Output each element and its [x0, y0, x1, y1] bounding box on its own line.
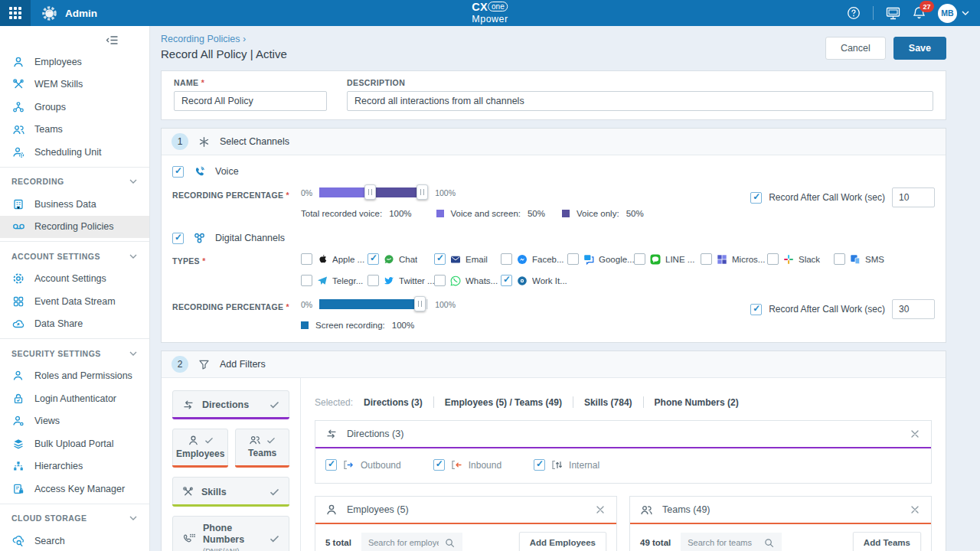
sidebar-item-wem-skills[interactable]: WEM Skills	[0, 73, 149, 96]
digital-channels-checkbox[interactable]	[172, 233, 184, 244]
sidebar-item-roles-and-permissions[interactable]: Roles and Permissions	[0, 365, 149, 388]
type-twitter[interactable]: Twitter ...	[368, 275, 434, 286]
sidebar-item-teams[interactable]: Teams	[0, 119, 149, 142]
filters-main: Selected: Directions (3) Employees (5) /…	[301, 378, 946, 551]
sidebar-item-views[interactable]: Views	[0, 410, 149, 433]
close-icon[interactable]	[594, 504, 606, 516]
type-whatsapp[interactable]: Whats...	[434, 275, 501, 286]
sidebar-item-access-key-manager[interactable]: Access Key Manager	[0, 478, 149, 500]
cxone-mpower-logo: CXone Mpower	[472, 2, 508, 24]
filter-button-directions[interactable]: Directions	[172, 390, 289, 419]
acw-voice-checkbox[interactable]	[750, 192, 762, 204]
employees-total: 5 total	[325, 538, 351, 547]
selected-filters-bar: Selected: Directions (3) Employees (5) /…	[315, 396, 932, 408]
sidebar: Employees WEM Skills Groups Teams Schedu…	[0, 26, 150, 551]
sidebar-section-recording[interactable]: RECORDING	[0, 171, 149, 194]
top-bar: Admin CXone Mpower 27 MB	[0, 0, 980, 26]
selected-employees-teams[interactable]: Employees (5) / Teams (49)	[445, 397, 562, 408]
channels-icon	[198, 136, 210, 148]
sidebar-section-cloud-storage[interactable]: CLOUD STORAGE	[0, 507, 149, 530]
filter-button-employees[interactable]: Employees	[172, 429, 228, 468]
page-title: Record All Policy | Active	[161, 47, 287, 60]
sidebar-collapse-icon[interactable]	[106, 35, 119, 51]
type-work-item[interactable]: Work It...	[501, 275, 567, 286]
sms-icon	[850, 254, 861, 265]
type-slack[interactable]: Slack	[767, 253, 834, 265]
cancel-button[interactable]: Cancel	[825, 37, 886, 60]
filter-button-skills[interactable]: Skills	[172, 477, 289, 507]
sidebar-item-recording-policies[interactable]: Recording Policies	[0, 216, 149, 239]
sms-checkbox	[834, 253, 845, 265]
sidebar-item-data-share[interactable]: Data Share	[0, 313, 149, 336]
type-facebook-messenger[interactable]: Faceb...	[501, 253, 567, 265]
acw-digital-input[interactable]	[892, 299, 935, 319]
chevron-down-icon	[129, 516, 137, 520]
sidebar-item-account-settings[interactable]: Account Settings	[0, 268, 149, 291]
add-teams-button[interactable]: Add Teams	[853, 532, 921, 551]
voice-checkbox[interactable]	[172, 166, 184, 178]
type-sms[interactable]: SMS	[834, 253, 900, 265]
selected-skills[interactable]: Skills (784)	[584, 397, 632, 408]
acw-voice-input[interactable]	[892, 187, 935, 207]
layers-icon	[11, 438, 25, 450]
breadcrumb[interactable]: Recording Policies ›	[161, 34, 287, 44]
sidebar-item-search[interactable]: Search	[0, 530, 149, 551]
selected-directions[interactable]: Directions (3)	[364, 397, 423, 408]
type-chat[interactable]: Chat	[368, 253, 434, 265]
user-menu[interactable]: MB	[938, 4, 969, 23]
sidebar-item-business-data[interactable]: Business Data	[0, 193, 149, 216]
direction-outbound[interactable]: Outbound	[325, 459, 401, 471]
type-google-chat[interactable]: Google...	[567, 253, 634, 265]
tools-icon	[182, 486, 194, 497]
chat-checkbox	[368, 253, 379, 265]
selected-phone-numbers[interactable]: Phone Numbers (2)	[655, 397, 739, 408]
sidebar-item-login-authenticator[interactable]: Login Authenticator	[0, 387, 149, 410]
app-grid-icon	[9, 7, 21, 19]
employees-searchbox	[361, 533, 462, 551]
voice-recording-slider[interactable]	[319, 187, 428, 197]
sidebar-item-event-data-stream[interactable]: Event Data Stream	[0, 290, 149, 313]
line-checkbox	[634, 253, 645, 265]
type-email[interactable]: Email	[434, 253, 501, 265]
sidebar-section-security-settings[interactable]: SECURITY SETTINGS	[0, 342, 149, 365]
app-launcher-button[interactable]	[0, 0, 31, 26]
filter-button-phone-numbers[interactable]: Phone Numbers(DNIS/ANI)	[172, 516, 289, 551]
check-icon	[266, 437, 276, 444]
help-icon[interactable]	[847, 6, 861, 20]
description-input[interactable]	[347, 91, 933, 111]
direction-inbound[interactable]: Inbound	[433, 459, 501, 471]
notifications-bell-icon[interactable]: 27	[913, 6, 926, 20]
type-line[interactable]: LINE ...	[634, 253, 701, 265]
sidebar-item-employees[interactable]: Employees	[0, 51, 149, 73]
slider-min-label: 0%	[301, 300, 312, 309]
add-employees-button[interactable]: Add Employees	[519, 532, 606, 551]
name-input[interactable]	[174, 91, 327, 111]
filter-button-teams[interactable]: Teams	[235, 429, 289, 468]
direction-internal[interactable]: Internal	[534, 459, 599, 471]
teams-search-input[interactable]	[688, 538, 758, 547]
telegram-checkbox	[301, 275, 312, 286]
close-icon[interactable]	[909, 428, 921, 440]
employees-search-input[interactable]	[368, 538, 439, 547]
close-icon[interactable]	[909, 504, 921, 516]
slider-handle-1[interactable]	[364, 184, 376, 200]
org-chart-icon	[11, 460, 25, 472]
channel-types-grid: Apple ... Chat Email Faceb... Google... …	[301, 253, 907, 296]
screen-share-icon[interactable]	[886, 7, 900, 20]
type-apple-messages[interactable]: Apple ...	[301, 253, 368, 265]
sidebar-item-hierarchies[interactable]: Hierarchies	[0, 455, 149, 478]
sidebar-item-bulk-upload-portal[interactable]: Bulk Upload Portal	[0, 432, 149, 455]
save-button[interactable]: Save	[893, 37, 946, 60]
sidebar-section-account-settings[interactable]: ACCOUNT SETTINGS	[0, 245, 149, 268]
lock-icon	[11, 393, 25, 405]
sidebar-item-groups[interactable]: Groups	[0, 96, 149, 119]
whatsapp-checkbox	[434, 275, 446, 286]
type-microsoft-teams[interactable]: Micros...	[701, 253, 767, 265]
acw-digital-checkbox[interactable]	[750, 304, 762, 315]
slider-handle-2[interactable]	[416, 184, 428, 200]
sidebar-item-scheduling-unit[interactable]: Scheduling Unit	[0, 141, 149, 164]
screen-recording-slider[interactable]	[319, 299, 428, 309]
slider-handle[interactable]	[414, 296, 426, 311]
type-telegram[interactable]: Telegr...	[301, 275, 368, 286]
directions-panel: Directions (3) Outbound	[315, 420, 932, 484]
